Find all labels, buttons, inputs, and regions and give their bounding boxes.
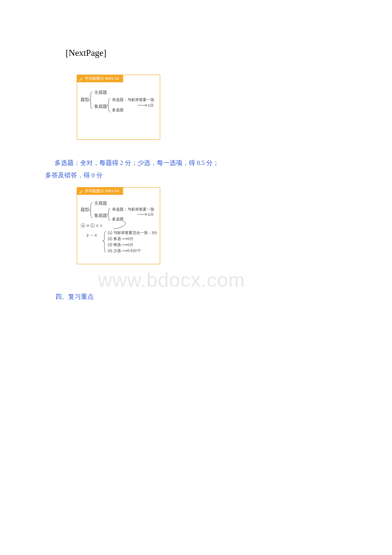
fig1-leaf-top: 单选题：与标准答案一致 — [112, 98, 154, 102]
fig2-root: 题型 — [81, 207, 89, 212]
figure-2: 手写板图示 0001-03 题型 主观题 客观题 单选题：与标准答案一致 多选题… — [77, 187, 160, 264]
fig2-leaf-top: 单选题：与标准答案一致 — [112, 207, 154, 211]
svg-text:A: A — [82, 224, 84, 227]
figure-1-header-text: 手写板图示 0001-02 — [85, 76, 119, 81]
fig1-branch-top: 主观题 — [94, 90, 107, 95]
rule-line-2: 多答及错答，得 0 分 — [45, 169, 392, 182]
fig2-range: 2 ～ 4 — [86, 233, 97, 237]
fig2-rule2: (2) 多选 ⟹0分 — [108, 237, 133, 241]
figure-2-header-text: 手写板图示 0001-03 — [85, 188, 119, 194]
fig2-score: 1分 — [148, 212, 154, 217]
fig1-score: 1分 — [148, 103, 154, 107]
figure-1-body: 题型 主观题 客观题 单选题：与标准答案一致 多选题 1分 — [77, 82, 160, 139]
section-heading: 四、复习重点 — [55, 291, 392, 303]
fig2-rule4: (4) 少选 ⟹0.5分/个 — [108, 249, 141, 253]
svg-text:E: E — [101, 224, 103, 227]
watermark: www.bdocx.com — [98, 269, 245, 292]
fig2-rule3: (3) 错选 ⟹0分 — [108, 243, 133, 247]
brush-icon — [79, 189, 83, 194]
fig2-branch-top: 主观题 — [94, 201, 107, 205]
svg-text:C: C — [92, 224, 94, 227]
fig2-leaf-bottom: 多选题 — [112, 217, 124, 221]
figure-2-body: 题型 主观题 客观题 单选题：与标准答案一致 多选题 1分 A B C D E … — [77, 195, 160, 264]
fig2-rule1: (1) 与标准答案完全一致：2分 — [108, 231, 157, 235]
nextpage-marker: [NextPage] — [66, 48, 392, 58]
figure-1: 手写板图示 0001-02 题型 主观题 客观题 单选题：与标准答案一致 多选题… — [77, 75, 160, 140]
fig1-branch-bottom: 客观题 — [94, 104, 107, 109]
fig2-branch-bottom: 客观题 — [94, 213, 107, 218]
svg-text:B: B — [87, 224, 89, 227]
figure-2-header: 手写板图示 0001-03 — [77, 188, 123, 195]
rule-line-1: 多选题：全对，每题得 2 分；少选，每一选项，得 0.5 分； — [55, 157, 392, 169]
figure-1-header: 手写板图示 0001-02 — [77, 75, 123, 82]
figure-1-tree: 题型 主观题 客观题 单选题：与标准答案一致 多选题 1分 — [80, 87, 158, 113]
brush-icon — [79, 77, 83, 81]
figure-2-tree: 题型 主观题 客观题 单选题：与标准答案一致 多选题 1分 A B C D E … — [80, 199, 158, 255]
fig1-leaf-bottom: 多选题 — [112, 108, 124, 112]
fig1-root: 题型 — [81, 97, 89, 102]
svg-text:D: D — [96, 224, 98, 227]
